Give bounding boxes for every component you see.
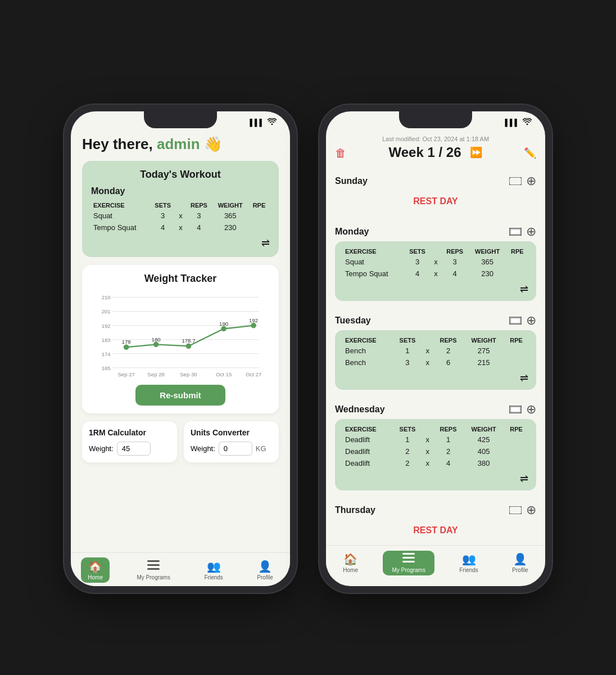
svg-point-16: [251, 323, 256, 328]
p2-nav-profile-label: Profile: [512, 567, 528, 573]
nav-programs[interactable]: My Programs: [130, 558, 176, 583]
svg-point-12: [124, 344, 129, 350]
p2-nav-programs[interactable]: My Programs: [383, 551, 434, 575]
day-header: Tuesday ⊕: [335, 309, 536, 330]
day-toggle-icon[interactable]: [509, 228, 522, 236]
nav-home-label: Home: [88, 574, 103, 580]
table-row: Bench 3 x 6 215: [343, 357, 528, 368]
add-day-icon[interactable]: ⊕: [526, 402, 536, 417]
edit-icon[interactable]: ✏️: [524, 147, 536, 159]
col-x: [422, 425, 433, 434]
day-workout-card: EXERCISE SETS REPS WEIGHT RPE Bench 1 x: [335, 330, 536, 390]
exercise-sets: 3: [150, 210, 176, 222]
converter-title: Units Converter: [191, 428, 272, 437]
svg-text:Oct 15: Oct 15: [216, 371, 232, 377]
ex-sets: 1: [393, 434, 422, 446]
day-header: Wednesday ⊕: [335, 398, 536, 419]
col-weight: WEIGHT: [212, 201, 248, 210]
ex-x: x: [422, 345, 433, 357]
ex-rpe: [506, 268, 528, 280]
day-toggle-icon[interactable]: [509, 506, 522, 514]
p2-nav-profile[interactable]: 👤 Profile: [503, 550, 537, 575]
converter-unit: KG: [256, 444, 266, 453]
phone2-content: Last modified: Oct 23, 2024 at 1:18 AM W…: [326, 129, 545, 579]
ex-x: x: [431, 256, 441, 268]
rest-day-label: REST DAY: [335, 520, 536, 541]
day-toggle-icon[interactable]: [509, 177, 522, 185]
day-header-actions: ⊕: [509, 402, 536, 417]
nav-home[interactable]: 🏠 Home: [81, 557, 110, 583]
day-header-actions: ⊕: [509, 313, 536, 328]
col-rpe: RPE: [504, 336, 528, 345]
ex-sets: 1: [393, 345, 422, 357]
exercise-name: Squat: [91, 210, 150, 222]
calculator-card: 1RM Calculator Weight:: [82, 421, 177, 462]
bottom-nav-1: 🏠 Home My Programs: [71, 552, 290, 586]
svg-point-13: [153, 342, 159, 348]
svg-rect-39: [509, 506, 522, 514]
trash-icon[interactable]: 🗑: [335, 147, 346, 160]
svg-rect-28: [147, 564, 160, 566]
signal-icon-2: ▌▌▌: [505, 119, 519, 127]
converter-card: Units Converter Weight: KG: [184, 421, 279, 462]
svg-text:192: 192: [102, 323, 111, 329]
col-sets: SETS: [393, 336, 422, 345]
ex-rpe: [504, 345, 528, 357]
nav-profile[interactable]: 👤 Profile: [250, 557, 279, 583]
svg-text:178: 178: [122, 339, 131, 345]
p2-nav-friends[interactable]: 👥 Friends: [450, 550, 487, 575]
p2-home-icon: 🏠: [343, 552, 357, 566]
p2-friends-icon: 👥: [462, 552, 476, 566]
day-workout-card: EXERCISE SETS REPS WEIGHT RPE Deadlift 1: [335, 419, 536, 490]
svg-rect-38: [511, 407, 520, 412]
p2-exercise-table: EXERCISE SETS REPS WEIGHT RPE Squat 3 x: [343, 247, 528, 280]
table-row: Squat 3 x 3 365: [343, 256, 528, 268]
table-row: Deadlift 2 x 2 405: [343, 446, 528, 457]
svg-text:201: 201: [102, 308, 111, 314]
p2-nav-home[interactable]: 🏠 Home: [334, 550, 367, 575]
ex-sets: 4: [404, 268, 431, 280]
p2-swap-icon[interactable]: ⇌: [343, 372, 528, 384]
ex-x: x: [422, 446, 433, 457]
ex-reps: 2: [433, 345, 463, 357]
p2-header: Last modified: Oct 23, 2024 at 1:18 AM W…: [326, 129, 545, 169]
day-header-label: Thursday: [335, 505, 375, 515]
resubmit-button[interactable]: Re-submit: [135, 385, 225, 406]
day-header-actions: ⊕: [509, 503, 536, 518]
table-row: Squat 3 x 3 365: [91, 210, 270, 222]
day-section: Tuesday ⊕ EXERCISE SETS: [335, 309, 536, 390]
add-day-icon[interactable]: ⊕: [526, 313, 536, 328]
table-row: Bench 1 x 2 275: [343, 345, 528, 357]
p2-scroll[interactable]: Sunday ⊕ REST DAY Monday: [326, 169, 545, 544]
nav-programs-label: My Programs: [137, 574, 170, 580]
col-exercise: EXERCISE: [343, 336, 393, 345]
converter-weight-input[interactable]: [219, 442, 252, 456]
col-reps: REPS: [433, 336, 463, 345]
col-exercise: EXERCISE: [91, 201, 150, 210]
svg-text:Sep 27: Sep 27: [117, 371, 135, 377]
day-toggle-icon[interactable]: [509, 406, 522, 413]
ex-weight: 275: [463, 345, 504, 357]
day-toggle-icon[interactable]: [509, 317, 522, 325]
exercise-weight: 230: [212, 222, 248, 233]
calc-weight-input[interactable]: [117, 442, 151, 456]
add-day-icon[interactable]: ⊕: [526, 503, 536, 518]
fast-forward-icon[interactable]: ⏩: [470, 146, 482, 159]
col-reps: REPS: [185, 201, 212, 210]
table-row: Tempo Squat 4 x 4 230: [91, 222, 270, 233]
p2-swap-icon[interactable]: ⇌: [343, 472, 528, 485]
exercise-table-1: EXERCISE SETS REPS WEIGHT RPE Squat 3 x …: [91, 201, 270, 233]
p2-exercise-table: EXERCISE SETS REPS WEIGHT RPE Bench 1 x: [343, 336, 528, 368]
ex-weight: 230: [469, 268, 506, 280]
col-weight: WEIGHT: [463, 336, 504, 345]
svg-rect-27: [147, 560, 160, 562]
svg-text:165: 165: [102, 365, 111, 371]
add-day-icon[interactable]: ⊕: [526, 174, 536, 188]
ex-name: Squat: [343, 256, 404, 268]
nav-friends[interactable]: 👥 Friends: [197, 557, 229, 583]
weight-chart: 210 201 192 183 174 165: [91, 290, 270, 380]
p2-swap-icon[interactable]: ⇌: [343, 283, 528, 295]
col-rpe: RPE: [248, 201, 270, 210]
add-day-icon[interactable]: ⊕: [526, 224, 536, 239]
swap-icon[interactable]: ⇌: [91, 237, 270, 249]
